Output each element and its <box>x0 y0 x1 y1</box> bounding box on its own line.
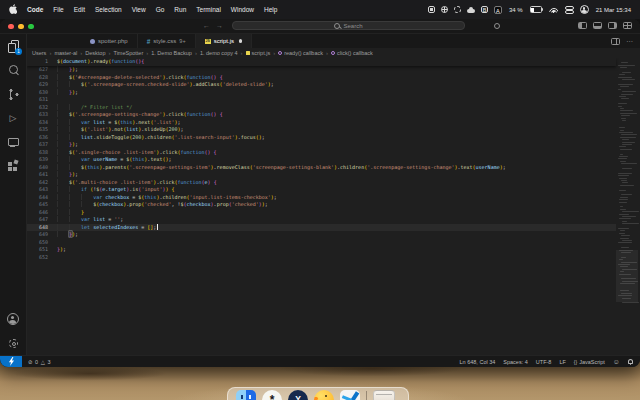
code-line[interactable]: 628 $('#screenpage-delete-selected').cli… <box>27 74 616 82</box>
code-line[interactable]: 632 /* Filter list */ <box>27 104 616 112</box>
zoom-button[interactable] <box>28 24 34 30</box>
explorer-button[interactable]: 1 <box>0 34 26 58</box>
y-app-dock-icon[interactable]: Y <box>288 390 308 400</box>
code-line[interactable]: 631 <box>27 96 616 104</box>
breadcrumb-item[interactable]: TimeSpotter <box>113 50 143 56</box>
b-app-icon[interactable]: B <box>481 6 488 13</box>
code-line[interactable]: 1$(document).ready(function(){ <box>27 58 616 66</box>
toggle-panel-icon[interactable] <box>593 22 602 29</box>
menubar-clock[interactable]: 21 Mar 15:34 <box>596 7 631 13</box>
tab-script.js[interactable]: JSscript.js <box>196 34 253 48</box>
code-line[interactable]: 641 }); <box>27 171 616 179</box>
trash-dock-icon[interactable] <box>373 390 395 400</box>
menu-help[interactable]: Help <box>264 6 277 13</box>
search-button[interactable] <box>0 58 26 82</box>
accounts-button[interactable] <box>0 307 26 331</box>
code-line[interactable]: 630 }); <box>27 89 616 97</box>
back-button[interactable]: ← <box>203 22 210 29</box>
gear-icon[interactable] <box>454 6 461 13</box>
indentation-setting[interactable]: Spaces: 4 <box>503 359 527 365</box>
code-line[interactable]: 652 <box>27 254 616 262</box>
user-switch-icon[interactable] <box>580 5 589 14</box>
menu-window[interactable]: Window <box>231 6 254 13</box>
code-line[interactable]: 633 $('.screenpage-settings-change').cli… <box>27 111 616 119</box>
menu-edit[interactable]: Edit <box>74 6 85 13</box>
toggle-secondary-sidebar-icon[interactable] <box>608 22 617 29</box>
code-line[interactable]: 649 }); <box>27 231 616 239</box>
code-line[interactable]: 642 $('.multi-choice .list-item').click(… <box>27 179 616 187</box>
eol-setting[interactable]: LF <box>559 359 565 365</box>
code-line[interactable]: 636 list.slideToggle(200).children('.lis… <box>27 134 616 142</box>
breadcrumb-item[interactable]: 1. Demo Backup <box>151 50 192 56</box>
customize-layout-icon[interactable] <box>623 22 632 29</box>
code-line[interactable]: 634 var list = $(this).next('.list'); <box>27 119 616 127</box>
cursor-position[interactable]: Ln 648, Col 34 <box>460 359 496 365</box>
tab-style.css[interactable]: #style.css9+ <box>138 34 196 48</box>
tab-spotter.php[interactable]: spotter.php <box>81 34 138 48</box>
code-line[interactable]: 627 }); <box>27 66 616 74</box>
code-line[interactable]: 637 }); <box>27 141 616 149</box>
input-source-icon[interactable]: A <box>494 6 502 14</box>
globe-icon[interactable] <box>441 6 448 13</box>
feedback-button[interactable]: ☺ <box>613 358 620 365</box>
code-line[interactable]: 635 $('.list').not(list).slideUp(200); <box>27 126 616 134</box>
notifications-button[interactable] <box>628 359 633 364</box>
minimap[interactable] <box>617 58 637 355</box>
code-editor[interactable]: 627 });628 $('#screenpage-delete-selecte… <box>27 58 640 355</box>
menu-go[interactable]: Go <box>156 6 165 13</box>
wifi-icon[interactable] <box>549 6 558 13</box>
menu-file[interactable]: File <box>53 6 63 13</box>
menu-selection[interactable]: Selection <box>95 6 122 13</box>
split-editor-icon[interactable] <box>611 38 620 45</box>
breadcrumb-item[interactable]: script.js <box>246 50 271 56</box>
code-line[interactable]: 640 $(this).parents('.screenpage-setting… <box>27 164 616 172</box>
language-mode[interactable]: {}JavaScript <box>574 359 605 365</box>
source-control-button[interactable] <box>0 82 26 106</box>
menu-view[interactable]: View <box>132 6 146 13</box>
minimap-slider[interactable] <box>616 250 638 302</box>
close-button[interactable] <box>8 24 14 30</box>
encoding[interactable]: UTF-8 <box>536 359 552 365</box>
code-line[interactable]: 651}); <box>27 246 616 254</box>
control-center-icon[interactable] <box>565 6 573 13</box>
breadcrumb-item[interactable]: Desktop <box>85 50 105 56</box>
breadcrumb-item[interactable]: ready() callback <box>278 50 323 56</box>
problems-indicator[interactable]: ⊘ 0 △ 3 <box>22 359 50 365</box>
menu-code[interactable]: Code <box>27 6 43 13</box>
run-debug-button[interactable]: ▷ <box>0 106 26 130</box>
breadcrumb-item[interactable]: 1. demo copy 4 <box>200 50 238 56</box>
menubar-right: BA 34 % 21 Mar 15:34 <box>428 5 631 14</box>
code-line[interactable]: 639 var userName = $(this).text(); <box>27 156 616 164</box>
code-line[interactable]: 629 $('.screenpage-screen.checked-slide'… <box>27 81 616 89</box>
code-line[interactable]: 647 var list = ''; <box>27 216 616 224</box>
remote-explorer-button[interactable] <box>0 130 26 154</box>
code-line[interactable]: 648 let selectedIndexes = []; <box>27 224 616 232</box>
code-line[interactable]: 646 } <box>27 209 616 217</box>
forward-button[interactable]: → <box>216 22 223 29</box>
apple-logo-icon[interactable] <box>9 4 17 15</box>
minimize-button[interactable] <box>18 24 24 30</box>
extensions-button[interactable] <box>0 154 26 178</box>
chatgpt-dock-icon[interactable]: * <box>262 390 282 400</box>
code-line[interactable]: 644 var checkbox = $(this).children('inp… <box>27 194 616 202</box>
duck-dock-icon[interactable] <box>314 390 334 400</box>
menu-terminal[interactable]: Terminal <box>196 6 221 13</box>
code-line[interactable]: 643 if (!$(e.target).is('input')) { <box>27 186 616 194</box>
more-actions-icon[interactable]: ⋯ <box>626 38 633 45</box>
settings-gear-button[interactable] <box>0 331 26 355</box>
breadcrumb-item[interactable]: Users <box>32 50 46 56</box>
breadcrumb-item[interactable]: click() callback <box>331 50 373 56</box>
window-app-icon[interactable] <box>428 6 435 13</box>
vscode-dock-icon[interactable] <box>340 390 360 400</box>
code-line[interactable]: 650 <box>27 239 616 247</box>
command-center[interactable]: Search <box>232 21 465 30</box>
cloud-icon[interactable] <box>467 9 475 13</box>
remote-indicator[interactable] <box>0 356 22 367</box>
code-line[interactable]: 645 $(checkbox).prop('checked', !$(check… <box>27 201 616 209</box>
command-center-extra-icon[interactable] <box>494 23 500 29</box>
menu-run[interactable]: Run <box>174 6 186 13</box>
toggle-sidebar-icon[interactable] <box>578 22 587 29</box>
code-line[interactable]: 638 $('.single-choice .list-item').click… <box>27 149 616 157</box>
breadcrumb-item[interactable]: master-al <box>54 50 77 56</box>
finder-dock-icon[interactable] <box>236 390 256 400</box>
